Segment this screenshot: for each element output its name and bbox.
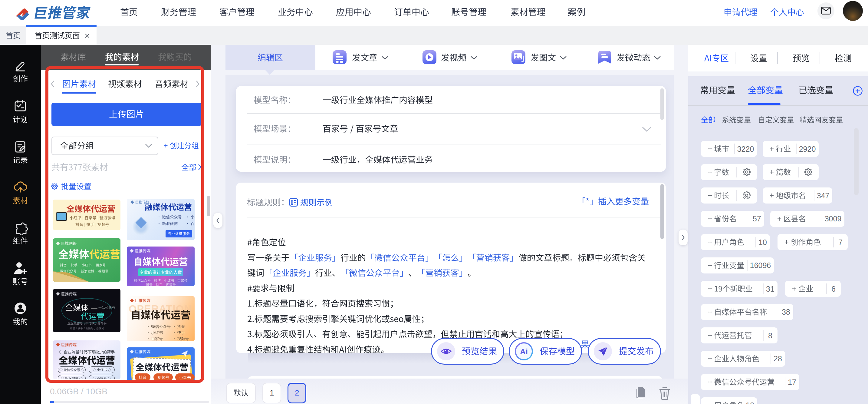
svg-text:Ai: Ai <box>520 347 528 356</box>
